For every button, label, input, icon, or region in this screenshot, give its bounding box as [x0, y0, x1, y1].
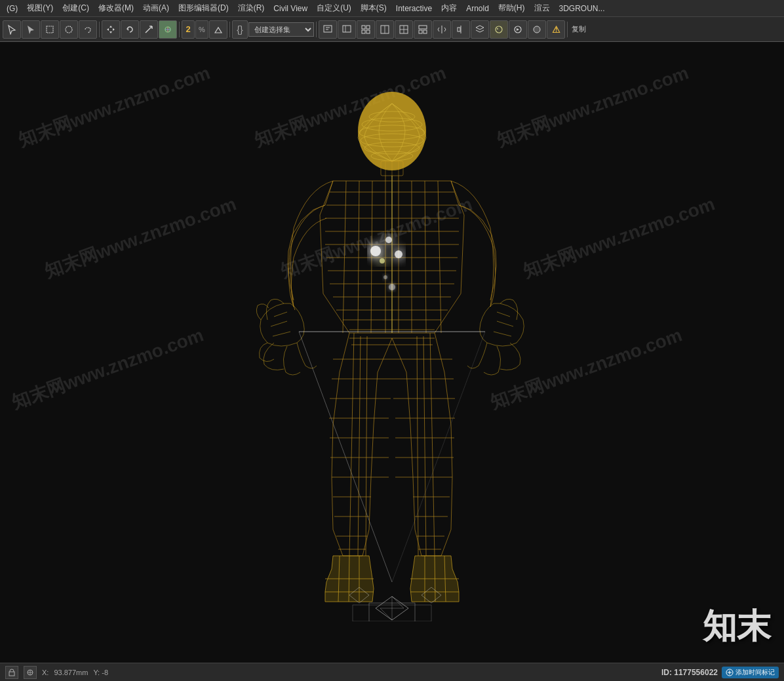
layout-btn[interactable]	[414, 20, 432, 39]
svg-point-1	[66, 26, 72, 33]
material-editor-btn[interactable]	[490, 20, 508, 39]
warning-btn[interactable]: ⚠	[547, 20, 565, 39]
menu-item-civil-view[interactable]: Civil View	[269, 3, 311, 14]
watermark-7: 知末网www.znzmo.com	[520, 191, 718, 284]
svg-line-77	[271, 321, 287, 326]
watermark-2: 知末网www.znzmo.com	[41, 191, 240, 284]
scale-tool-btn[interactable]	[140, 20, 158, 39]
circle-select-btn[interactable]	[60, 20, 78, 39]
svg-rect-5	[324, 26, 332, 32]
character-wireframe	[254, 84, 530, 621]
render-setup-btn[interactable]	[509, 20, 527, 39]
svg-line-83	[299, 332, 392, 582]
viewport[interactable]: 知末网www.znzmo.com 知末网www.znzmo.com 知末网www…	[0, 42, 784, 663]
menu-item-scripting[interactable]: 脚本(S)	[357, 1, 391, 15]
svg-point-135	[389, 284, 395, 290]
coordinate-toggle-btn[interactable]	[24, 666, 37, 679]
snap-percent-btn[interactable]: %	[195, 20, 208, 39]
svg-line-102	[423, 336, 426, 556]
svg-rect-22	[458, 28, 460, 31]
transform-gizmo-btn[interactable]	[159, 20, 177, 39]
copy-label: 复制	[570, 24, 588, 34]
active-shade-btn[interactable]	[528, 20, 546, 39]
status-right-section: ID: 1177556022 添加时间标记	[661, 667, 779, 678]
svg-line-61	[313, 205, 325, 210]
svg-point-134	[380, 258, 385, 263]
svg-line-87	[349, 333, 354, 556]
svg-rect-8	[362, 26, 365, 29]
menu-item-animation[interactable]: 动画(A)	[139, 1, 173, 15]
render-frame-btn[interactable]	[338, 20, 356, 39]
x-coord-value: 93.877mm	[54, 669, 88, 676]
render-btn[interactable]	[319, 20, 337, 39]
sep2	[179, 22, 180, 37]
sep5	[567, 22, 568, 37]
menu-item-view[interactable]: 视图(Y)	[23, 1, 57, 15]
rect-select-btn[interactable]	[41, 20, 59, 39]
toolbar: 2 % {} 创建选择集创建选择集 ⚠ 复制	[0, 17, 784, 42]
add-time-tag-label: 添加时间标记	[735, 668, 775, 677]
menu-item-help[interactable]: 帮助(H)	[494, 1, 529, 15]
menu-item-customize[interactable]: 自定义(U)	[313, 1, 355, 15]
svg-rect-10	[362, 30, 365, 33]
watermark-3: 知末网www.znzmo.com	[9, 322, 207, 415]
menu-item-create[interactable]: 创建(C)	[58, 1, 93, 15]
menu-item-render-cloud[interactable]: 渲云	[530, 1, 554, 15]
watermark-1: 知末网www.znzmo.com	[15, 60, 214, 153]
add-time-tag-btn[interactable]: 添加时间标记	[722, 667, 779, 678]
sep1	[99, 22, 100, 37]
menu-item-3dground[interactable]: 3DGROUN...	[555, 3, 609, 14]
svg-line-70	[471, 210, 482, 220]
menu-item-content[interactable]: 内容	[437, 1, 461, 15]
svg-rect-18	[419, 30, 422, 33]
menu-bar: (G) 视图(Y) 创建(C) 修改器(M) 动画(A) 图形编辑器(D) 渲染…	[0, 0, 784, 17]
quad-view-btn[interactable]	[395, 20, 413, 39]
snap-toggle-btn[interactable]	[209, 20, 227, 39]
svg-line-79	[497, 312, 510, 317]
svg-line-81	[494, 332, 511, 336]
menu-item-modifiers[interactable]: 修改器(M)	[94, 1, 138, 15]
align-btn[interactable]	[452, 20, 470, 39]
svg-line-101	[430, 333, 435, 556]
move-tool-btn[interactable]	[102, 20, 120, 39]
create-selection-dropdown[interactable]: 创建选择集创建选择集	[248, 22, 314, 37]
asset-id: ID: 1177556022	[661, 668, 718, 677]
sep4	[316, 22, 317, 37]
layer-btn[interactable]	[471, 20, 489, 39]
svg-rect-6	[343, 26, 351, 32]
svg-line-62	[302, 210, 313, 220]
menu-item-interactive[interactable]: Interactive	[392, 3, 436, 14]
lock-icon[interactable]	[5, 666, 18, 679]
snap-angle-btn[interactable]: 2	[182, 20, 195, 39]
svg-point-26	[534, 26, 540, 33]
svg-line-67	[290, 284, 294, 300]
svg-rect-0	[47, 26, 53, 33]
frame-grid-btn[interactable]	[357, 20, 375, 39]
rotate-tool-btn[interactable]	[121, 20, 139, 39]
lasso-select-btn[interactable]	[79, 20, 97, 39]
split-view-btn[interactable]	[376, 20, 394, 39]
svg-line-80	[497, 321, 513, 326]
svg-point-132	[385, 237, 392, 243]
svg-marker-126	[380, 596, 404, 620]
menu-item-graph-editor[interactable]: 图形编辑器(D)	[174, 1, 233, 15]
menu-item-render[interactable]: 渲染(R)	[234, 1, 269, 15]
curly-brace-btn[interactable]: {}	[232, 20, 248, 39]
svg-line-78	[273, 332, 290, 336]
brand-watermark: 知末	[703, 604, 771, 650]
mirror-btn[interactable]	[433, 20, 451, 39]
svg-point-23	[496, 26, 502, 33]
svg-rect-11	[366, 30, 370, 33]
menu-item-arnold[interactable]: Arnold	[462, 3, 493, 14]
svg-line-89	[366, 336, 367, 556]
svg-line-84	[392, 332, 485, 582]
svg-rect-137	[9, 672, 14, 676]
menu-item-g[interactable]: (G)	[3, 3, 22, 14]
region-select-btn[interactable]	[22, 20, 40, 39]
status-bar: X: 93.877mm Y: -8 ID: 1177556022 添加时间标记	[0, 663, 784, 681]
svg-point-136	[383, 275, 387, 279]
svg-line-73	[496, 251, 496, 266]
select-tool-btn[interactable]	[3, 20, 21, 39]
svg-rect-17	[419, 26, 427, 29]
svg-line-69	[459, 205, 471, 210]
